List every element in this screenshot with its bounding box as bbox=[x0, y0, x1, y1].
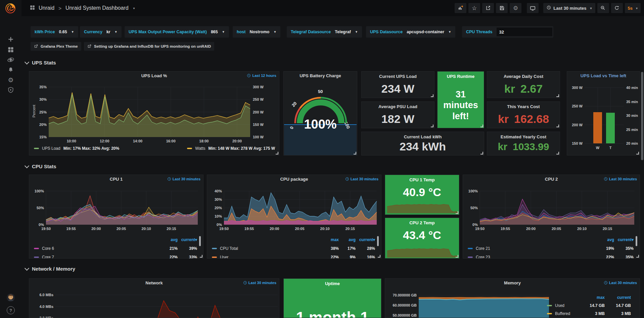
panel-title[interactable]: Network bbox=[29, 279, 279, 287]
link-ups-monitoring-guide[interactable]: Setting up Grafana and InfluxDB for UPS … bbox=[84, 42, 214, 51]
alerting-bell-icon[interactable] bbox=[7, 66, 15, 74]
page-title[interactable]: Unraid System Dashboard bbox=[65, 5, 129, 11]
legend-row[interactable]: Core 2119%35% bbox=[468, 244, 634, 253]
panel-time-range[interactable]: Last 30 minutes bbox=[167, 177, 200, 181]
explore-icon[interactable] bbox=[7, 56, 15, 64]
grafana-logo-icon[interactable] bbox=[4, 2, 17, 16]
resize-handle[interactable] bbox=[556, 152, 559, 154]
resize-handle[interactable] bbox=[378, 255, 380, 258]
axis-tick: 300 W bbox=[567, 85, 583, 90]
resize-handle[interactable] bbox=[354, 152, 356, 154]
title-caret-icon[interactable]: ▾ bbox=[133, 6, 135, 10]
axis-tick: 20:10 bbox=[573, 226, 590, 231]
panel-network: Network Last 30 minutes 6.0 MBs4.0 MBs2.… bbox=[29, 278, 279, 318]
variable-kwh-price[interactable]: kWh Price 0.65▼ bbox=[31, 26, 78, 38]
dashboards-icon[interactable] bbox=[7, 46, 15, 54]
stat-value: kr1033.99 bbox=[487, 140, 560, 153]
create-plus-icon[interactable] bbox=[7, 35, 15, 43]
tv-mode-button[interactable] bbox=[527, 3, 539, 13]
share-dashboard-button[interactable] bbox=[482, 3, 494, 13]
section-network-memory[interactable]: Network / Memory bbox=[25, 266, 75, 272]
variable-ups-datasource[interactable]: UPS Datasource apcupsd-container▼ bbox=[366, 26, 455, 38]
panel-title[interactable]: UPS Load vs Time left bbox=[567, 72, 640, 80]
legend-scrollbar[interactable] bbox=[636, 236, 637, 246]
panel-time-range[interactable]: Last 12 hours bbox=[247, 74, 276, 78]
stat-value: 182 W bbox=[362, 112, 434, 126]
legend-row[interactable]: Core 621%39% bbox=[34, 244, 197, 253]
axis-tick: 19:50 bbox=[471, 226, 488, 231]
resize-handle[interactable] bbox=[431, 94, 433, 97]
star-dashboard-button[interactable]: ☆ bbox=[468, 3, 480, 13]
breadcrumb-grid-icon bbox=[30, 5, 35, 12]
external-link-icon bbox=[34, 44, 38, 49]
link-grafana-plex-theme[interactable]: Grafana Plex Theme bbox=[31, 42, 81, 51]
legend-row[interactable]: CPU Total38%17%28% bbox=[212, 244, 375, 253]
resize-handle[interactable] bbox=[636, 152, 639, 154]
panel-average-psu-load: Average PSU Load 182 W bbox=[361, 101, 434, 128]
legend-scrollbar[interactable] bbox=[377, 236, 379, 246]
legend-row[interactable]: User22%9%16% bbox=[212, 253, 375, 259]
axis-tick: 19:55 bbox=[241, 226, 258, 231]
time-range-picker[interactable]: Last 30 minutes ▾ bbox=[543, 3, 595, 13]
panel-cpu-package: CPU package Last 30 minutes maxavgcurren… bbox=[207, 175, 381, 259]
panel-time-range[interactable]: Last 30 minutes bbox=[604, 177, 637, 181]
section-ups-stats[interactable]: UPS Stats bbox=[25, 60, 56, 65]
resize-handle[interactable] bbox=[456, 255, 458, 258]
legend-row[interactable]: Core 722%33% bbox=[34, 253, 197, 259]
legend-row[interactable]: Core 2322%35% bbox=[468, 253, 634, 259]
resize-handle[interactable] bbox=[431, 125, 433, 127]
cpu-threads-input[interactable] bbox=[497, 28, 552, 36]
legend-row[interactable]: Buffered3 MB3 MB bbox=[547, 310, 631, 318]
panel-cpu2-temp: CPU 2 Temp 43.4 °C bbox=[385, 218, 459, 259]
refresh-button[interactable] bbox=[611, 3, 623, 13]
section-cpu-stats[interactable]: CPU Stats bbox=[25, 164, 56, 169]
zoom-out-button[interactable] bbox=[597, 3, 609, 13]
variable-ups-max-output[interactable]: UPS Max Output Power Capacity (Watt) 865… bbox=[125, 26, 229, 38]
legend-row[interactable]: Used14.7 GB14.7 GB bbox=[547, 302, 631, 310]
variable-host[interactable]: host Nostromo▼ bbox=[233, 26, 280, 38]
axis-tick: 35% bbox=[33, 85, 47, 89]
resize-handle[interactable] bbox=[556, 94, 559, 97]
panel-title[interactable]: UPS Load % bbox=[29, 72, 279, 80]
ups-load-legend: UPS LoadMin: 17% Max: 32% Avg: 20% Watts… bbox=[34, 146, 275, 151]
page-scrollbar[interactable] bbox=[641, 72, 643, 160]
refresh-interval-select[interactable]: 5s ▾ bbox=[625, 3, 641, 13]
save-dashboard-button[interactable] bbox=[496, 3, 508, 13]
resize-handle[interactable] bbox=[200, 255, 202, 258]
dashboard-settings-button[interactable]: ⚙ bbox=[510, 3, 521, 13]
variable-currency[interactable]: Currency kr▼ bbox=[80, 26, 122, 38]
network-chart bbox=[55, 290, 278, 318]
panel-title[interactable]: UPS Battery Charge bbox=[284, 72, 357, 80]
legend-scrollbar[interactable] bbox=[199, 236, 201, 246]
axis-tick: 30% bbox=[209, 197, 222, 202]
panel-title[interactable]: Memory bbox=[385, 279, 640, 287]
panel-time-range[interactable]: Last 30 minutes bbox=[345, 177, 378, 181]
server-admin-shield-icon[interactable] bbox=[7, 86, 15, 94]
configuration-gear-icon[interactable]: ⚙ bbox=[7, 76, 15, 84]
legend-item[interactable]: WattsMin: 148 W Max: 278 W Avg: 175 W bbox=[187, 146, 275, 151]
breadcrumb-root[interactable]: Unraid bbox=[39, 5, 54, 11]
panel-time-range[interactable]: Last 30 minutes bbox=[604, 281, 637, 285]
user-avatar[interactable] bbox=[7, 293, 15, 302]
resize-handle[interactable] bbox=[480, 125, 483, 127]
axis-tick: 19:50 bbox=[216, 226, 232, 231]
axis-tick: 16:00 bbox=[163, 139, 179, 143]
resize-handle[interactable] bbox=[636, 255, 639, 258]
help-icon[interactable]: ? bbox=[7, 306, 15, 314]
panel-time-range[interactable]: Last 30 minutes bbox=[243, 281, 276, 285]
legend-item[interactable]: UPS LoadMin: 17% Max: 32% Avg: 20% bbox=[34, 146, 119, 151]
axis-tick: 20 min bbox=[626, 141, 640, 146]
breadcrumb-separator: > bbox=[58, 5, 61, 11]
add-panel-button[interactable] bbox=[455, 3, 466, 13]
axis-tick: 200 W bbox=[253, 110, 269, 115]
variable-telegraf-datasource[interactable]: Telegraf Datasource Telegraf▼ bbox=[287, 26, 362, 38]
resize-handle[interactable] bbox=[456, 211, 458, 214]
stat-value: kr2.67 bbox=[487, 82, 560, 96]
resize-handle[interactable] bbox=[276, 152, 278, 154]
axis-tick: 20:00 bbox=[522, 226, 539, 231]
resize-handle[interactable] bbox=[480, 152, 483, 154]
axis-tick: 20:05 bbox=[113, 226, 130, 231]
axis-tick: 200 W bbox=[567, 123, 583, 127]
resize-handle[interactable] bbox=[556, 125, 559, 127]
cpu-package-legend: maxavgcurrent▾ CPU Total38%17%28% User22… bbox=[212, 235, 375, 259]
